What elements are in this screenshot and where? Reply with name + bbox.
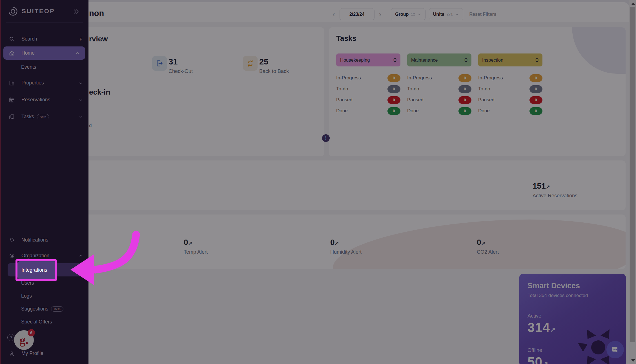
app-root: non ‹ 2/23/24 › Group 12 Units 271 Reset… (0, 0, 636, 364)
integrations-highlight-box[interactable]: Integrations (15, 259, 57, 281)
tutorial-dim-overlay (0, 0, 636, 364)
sidebar-item-integrations-highlighted[interactable]: Integrations (17, 261, 55, 279)
sidebar-item-label: Integrations (21, 267, 47, 273)
